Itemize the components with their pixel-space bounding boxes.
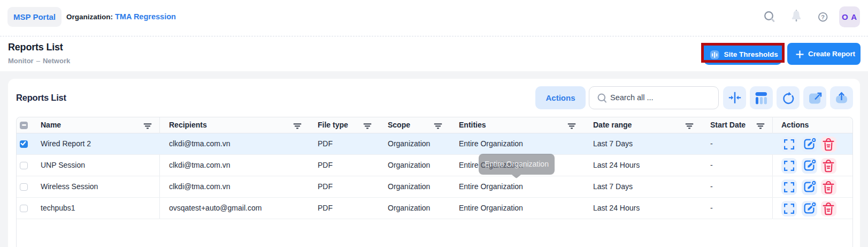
- svg-text:?: ?: [821, 14, 825, 20]
